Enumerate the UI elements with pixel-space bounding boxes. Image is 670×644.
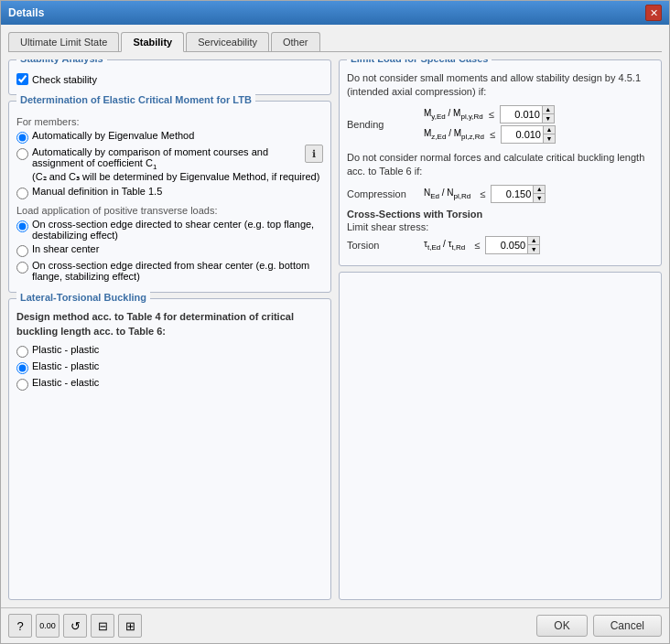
check-stability-row: Check stability bbox=[16, 73, 323, 85]
check-stability-label: Check stability bbox=[32, 74, 97, 85]
bending-label: Bending bbox=[347, 119, 420, 130]
bending-formula2-row: Mz,Ed / Mpl,z,Rd ≤ ▲ ▼ bbox=[424, 125, 654, 144]
bending-input2[interactable] bbox=[502, 126, 543, 143]
bending-input1[interactable] bbox=[501, 106, 542, 123]
main-content: Stability Analysis Check stability Deter… bbox=[8, 59, 662, 600]
elastic-critical-moment-group: Determination of Elastic Critical Moment… bbox=[8, 101, 331, 293]
bending-sign1: ≤ bbox=[487, 109, 496, 120]
radio-elastic-elastic[interactable] bbox=[16, 379, 28, 391]
bending-spinbox2: ▲ ▼ bbox=[501, 125, 556, 144]
paste-button[interactable]: ⊞ bbox=[118, 614, 142, 638]
copy-button[interactable]: ⊟ bbox=[91, 614, 114, 638]
cross-section-torsion-title: Cross-Sections with Torsion bbox=[347, 209, 654, 220]
radio-elastic-elastic-row: Elastic - elastic bbox=[16, 377, 323, 391]
radio-from-shear-row: On cross-section edge directed from shea… bbox=[16, 260, 323, 282]
value-button[interactable]: 0.00 bbox=[36, 614, 59, 638]
close-button[interactable]: ✕ bbox=[645, 5, 662, 21]
dialog-title: Details bbox=[8, 6, 44, 19]
radio-elastic-plastic[interactable] bbox=[16, 362, 28, 374]
load-app-label: Load application of positive transverse … bbox=[16, 205, 323, 216]
limit-load-desc2: Do not consider normal forces and calcul… bbox=[347, 151, 654, 179]
right-panel: Limit Load for Special Cases Do not cons… bbox=[339, 59, 662, 600]
radio-to-shear-center-label: On cross-section edge directed to shear … bbox=[32, 219, 323, 241]
torsion-spinbox: ▲ ▼ bbox=[485, 236, 540, 254]
help-button[interactable]: ? bbox=[8, 614, 32, 638]
radio-plastic-plastic-row: Plastic - plastic bbox=[16, 344, 323, 358]
bending-up2[interactable]: ▲ bbox=[544, 126, 555, 134]
ltb-description: Design method acc. to Table 4 for determ… bbox=[16, 310, 323, 338]
radio-elastic-plastic-label: Elastic - plastic bbox=[32, 360, 99, 371]
compression-spinbox: ▲ ▼ bbox=[491, 185, 546, 203]
radio-in-shear-center[interactable] bbox=[16, 245, 28, 257]
torsion-formula: τt,Ed / τt,Rd bbox=[424, 239, 465, 252]
radio-to-shear-center[interactable] bbox=[16, 220, 28, 232]
ltb-group: Lateral-Torsional Buckling Design method… bbox=[8, 298, 331, 600]
bottom-icons: ? 0.00 ↺ ⊟ ⊞ bbox=[8, 614, 142, 638]
radio-comparison-row: ℹ Automatically by comparison of moment … bbox=[16, 146, 323, 183]
radio-comparison-sub-label: (C₂ and C₃ will be determined by Eigenva… bbox=[32, 171, 319, 182]
tab-serviceability[interactable]: Serviceability bbox=[186, 32, 269, 51]
radio-from-shear-center[interactable] bbox=[16, 262, 28, 274]
radio-in-shear-row: In shear center bbox=[16, 243, 323, 257]
tab-other[interactable]: Other bbox=[271, 32, 320, 51]
limit-load-title: Limit Load for Special Cases bbox=[347, 59, 492, 64]
torsion-row: Torsion τt,Ed / τt,Rd ≤ ▲ ▼ bbox=[347, 236, 654, 254]
compression-formula: NEd / Npl,Rd bbox=[424, 188, 470, 200]
radio-plastic-plastic[interactable] bbox=[16, 346, 28, 358]
ok-button[interactable]: OK bbox=[536, 615, 587, 637]
dialog-actions: OK Cancel bbox=[536, 615, 662, 637]
limit-load-desc1: Do not consider small moments and allow … bbox=[347, 71, 654, 100]
bending-arrows2: ▲ ▼ bbox=[543, 126, 555, 143]
ltb-title: Lateral-Torsional Buckling bbox=[16, 292, 150, 303]
radio-manual[interactable] bbox=[16, 188, 28, 199]
radio-in-shear-label: In shear center bbox=[32, 243, 99, 254]
compression-label: Compression bbox=[347, 188, 420, 199]
radio-manual-label: Manual definition in Table 1.5 bbox=[32, 186, 162, 197]
radio-from-shear-label: On cross-section edge directed from shea… bbox=[32, 260, 323, 282]
bending-formula1-row: My,Ed / Mpl,y,Rd ≤ ▲ ▼ bbox=[424, 105, 654, 123]
torsion-arrows: ▲ ▼ bbox=[527, 237, 539, 253]
bending-sign2: ≤ bbox=[488, 129, 497, 140]
radio-elastic-elastic-label: Elastic - elastic bbox=[32, 377, 99, 388]
torsion-input[interactable] bbox=[486, 237, 527, 253]
bending-up1[interactable]: ▲ bbox=[543, 106, 554, 114]
bending-row: Bending My,Ed / Mpl,y,Rd ≤ ▲ bbox=[347, 105, 654, 144]
compression-up[interactable]: ▲ bbox=[534, 186, 545, 194]
radio-elastic-plastic-row: Elastic - plastic bbox=[16, 360, 323, 374]
title-bar: Details ✕ bbox=[1, 1, 669, 25]
check-stability-checkbox[interactable] bbox=[16, 73, 28, 85]
bending-formula2: Mz,Ed / Mpl,z,Rd bbox=[424, 128, 484, 141]
details-dialog: Details ✕ Ultimate Limit State Stability… bbox=[0, 0, 670, 644]
compression-down[interactable]: ▼ bbox=[534, 194, 545, 202]
radio-comparison-label: Automatically by comparison of moment co… bbox=[32, 146, 268, 168]
for-members-label: For members: bbox=[16, 116, 323, 127]
torsion-down[interactable]: ▼ bbox=[528, 245, 539, 253]
tab-stability[interactable]: Stability bbox=[121, 32, 184, 52]
bending-arrows1: ▲ ▼ bbox=[542, 106, 554, 123]
copy-icon: ⊟ bbox=[98, 619, 108, 633]
info-button[interactable]: ℹ bbox=[305, 145, 323, 163]
torsion-up[interactable]: ▲ bbox=[528, 237, 539, 245]
refresh-button[interactable]: ↺ bbox=[63, 614, 87, 638]
limit-load-group: Limit Load for Special Cases Do not cons… bbox=[339, 59, 662, 266]
compression-input[interactable] bbox=[492, 186, 533, 202]
radio-eigenvalue[interactable] bbox=[16, 132, 28, 144]
limit-shear-stress-label: Limit shear stress: bbox=[347, 221, 654, 232]
help-icon: ? bbox=[16, 619, 23, 633]
compression-arrows: ▲ ▼ bbox=[533, 186, 545, 202]
stability-analysis-title: Stability Analysis bbox=[16, 59, 107, 64]
tab-bar: Ultimate Limit State Stability Serviceab… bbox=[8, 32, 662, 52]
tab-ultimate-limit-state[interactable]: Ultimate Limit State bbox=[8, 32, 119, 51]
dialog-body: Ultimate Limit State Stability Serviceab… bbox=[1, 25, 669, 607]
radio-eigenvalue-label: Automatically by Eigenvalue Method bbox=[32, 130, 194, 141]
radio-comparison[interactable] bbox=[16, 148, 28, 160]
close-icon: ✕ bbox=[650, 7, 658, 19]
radio-plastic-plastic-label: Plastic - plastic bbox=[32, 344, 99, 355]
radio-shear-center-row: On cross-section edge directed to shear … bbox=[16, 219, 323, 241]
stability-analysis-group: Stability Analysis Check stability bbox=[8, 59, 331, 95]
cancel-button[interactable]: Cancel bbox=[593, 615, 662, 637]
radio-eigenvalue-row: Automatically by Eigenvalue Method bbox=[16, 130, 323, 144]
bending-down1[interactable]: ▼ bbox=[543, 114, 554, 123]
bending-spinbox1: ▲ ▼ bbox=[500, 105, 555, 123]
bending-down2[interactable]: ▼ bbox=[544, 134, 555, 143]
